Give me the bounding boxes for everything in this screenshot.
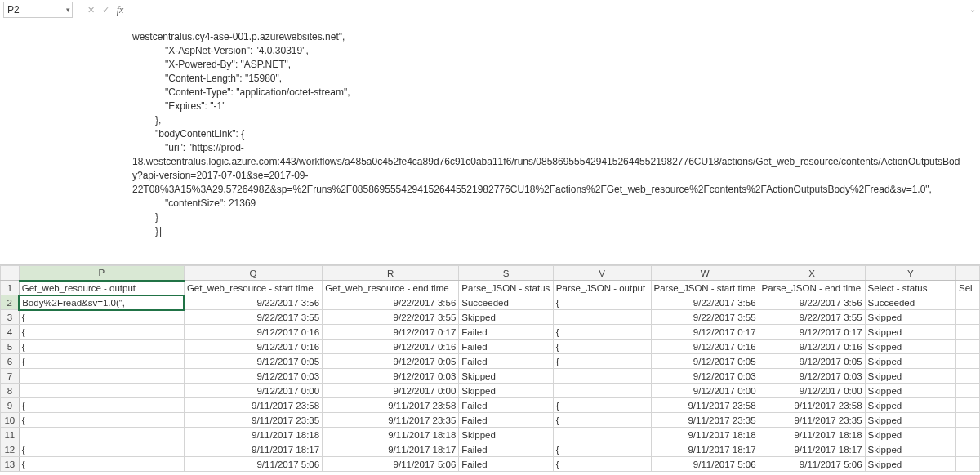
column-header-R[interactable]: R: [323, 266, 459, 281]
column-title[interactable]: Select - status: [865, 281, 956, 295]
fx-icon[interactable]: fx: [113, 2, 127, 18]
row-header[interactable]: 10: [1, 413, 20, 428]
cell[interactable]: 9/12/2017 0:03: [759, 369, 865, 384]
cell[interactable]: Skipped: [459, 310, 554, 325]
cell[interactable]: 9/22/2017 3:56: [651, 295, 759, 310]
cell[interactable]: 9/12/2017 0:16: [184, 340, 322, 354]
cell[interactable]: 9/22/2017 3:55: [759, 310, 865, 325]
cell[interactable]: Skipped: [865, 457, 956, 472]
column-title[interactable]: Sel: [956, 281, 980, 295]
chevron-down-icon[interactable]: ▾: [66, 6, 70, 14]
cell[interactable]: [19, 428, 184, 442]
cell[interactable]: {: [19, 457, 184, 472]
cell[interactable]: {: [553, 413, 651, 428]
cell[interactable]: 9/22/2017 3:56: [184, 295, 322, 310]
cell[interactable]: Skipped: [865, 413, 956, 428]
cell[interactable]: 9/22/2017 3:55: [184, 310, 322, 325]
cell[interactable]: [553, 428, 651, 442]
cell[interactable]: [19, 384, 184, 398]
cell[interactable]: Skipped: [865, 428, 956, 442]
cell[interactable]: 9/11/2017 23:35: [651, 413, 759, 428]
row-header[interactable]: 12: [1, 442, 20, 457]
cell[interactable]: {: [553, 457, 651, 472]
cell[interactable]: {: [19, 413, 184, 428]
cancel-icon[interactable]: ✕: [83, 2, 98, 18]
cell[interactable]: 9/12/2017 0:17: [323, 325, 459, 340]
cell[interactable]: {: [553, 354, 651, 369]
row-header[interactable]: 9: [1, 398, 20, 413]
cell[interactable]: Skipped: [865, 310, 956, 325]
cell[interactable]: Succeeded: [865, 295, 956, 310]
cell[interactable]: 9/12/2017 0:05: [323, 354, 459, 369]
column-header-P[interactable]: P: [19, 266, 184, 281]
cell[interactable]: {: [19, 340, 184, 354]
cell[interactable]: Skipped: [865, 384, 956, 398]
cell[interactable]: 9/11/2017 18:18: [184, 428, 322, 442]
row-header[interactable]: 1: [1, 281, 20, 295]
row-header[interactable]: 4: [1, 325, 20, 340]
cell[interactable]: {: [19, 398, 184, 413]
cell[interactable]: 9/12/2017 0:03: [184, 369, 322, 384]
cell[interactable]: 9/12/2017 0:16: [323, 340, 459, 354]
cell[interactable]: Skipped: [865, 398, 956, 413]
column-header-W[interactable]: W: [651, 266, 759, 281]
cell[interactable]: {: [553, 325, 651, 340]
column-header-X[interactable]: X: [759, 266, 865, 281]
cell[interactable]: [956, 384, 980, 398]
cell[interactable]: [956, 310, 980, 325]
cell[interactable]: Skipped: [865, 325, 956, 340]
cell[interactable]: [19, 369, 184, 384]
corner-cell[interactable]: [1, 266, 20, 281]
cell[interactable]: 9/11/2017 23:58: [184, 398, 322, 413]
cell[interactable]: Failed: [459, 442, 554, 457]
cell[interactable]: [956, 457, 980, 472]
cell[interactable]: 9/11/2017 23:58: [323, 398, 459, 413]
column-title[interactable]: Parse_JSON - status: [459, 281, 554, 295]
column-title[interactable]: Get_web_resource - end time: [323, 281, 459, 295]
cell[interactable]: [956, 340, 980, 354]
cell[interactable]: Failed: [459, 340, 554, 354]
cell[interactable]: Skipped: [459, 369, 554, 384]
cell[interactable]: 9/11/2017 23:35: [323, 413, 459, 428]
cell[interactable]: 9/11/2017 5:06: [759, 457, 865, 472]
cell[interactable]: {: [19, 354, 184, 369]
row-header[interactable]: 5: [1, 340, 20, 354]
cell[interactable]: 9/12/2017 0:16: [759, 340, 865, 354]
cell[interactable]: 9/11/2017 5:06: [184, 457, 322, 472]
cell[interactable]: Skipped: [865, 354, 956, 369]
cell[interactable]: 9/12/2017 0:03: [651, 369, 759, 384]
row-header[interactable]: 7: [1, 369, 20, 384]
cell[interactable]: 9/11/2017 23:58: [651, 398, 759, 413]
cell[interactable]: 9/11/2017 18:17: [323, 442, 459, 457]
cell[interactable]: {: [19, 325, 184, 340]
cell[interactable]: {: [553, 398, 651, 413]
cell[interactable]: Skipped: [459, 384, 554, 398]
column-title[interactable]: Get_web_resource - output: [19, 281, 184, 295]
cell[interactable]: 9/11/2017 18:17: [184, 442, 322, 457]
name-box[interactable]: P2 ▾: [3, 2, 73, 18]
cell[interactable]: 9/11/2017 23:35: [759, 413, 865, 428]
cell[interactable]: 9/12/2017 0:00: [651, 384, 759, 398]
column-header-Q[interactable]: Q: [184, 266, 322, 281]
cell[interactable]: Skipped: [865, 442, 956, 457]
cell[interactable]: [553, 369, 651, 384]
cell[interactable]: [956, 325, 980, 340]
cell[interactable]: [956, 295, 980, 310]
cell[interactable]: 9/12/2017 0:00: [323, 384, 459, 398]
cell[interactable]: 9/22/2017 3:55: [651, 310, 759, 325]
cell[interactable]: Failed: [459, 413, 554, 428]
cell[interactable]: 9/22/2017 3:56: [759, 295, 865, 310]
cell[interactable]: Succeeded: [459, 295, 554, 310]
cell[interactable]: 9/11/2017 23:58: [759, 398, 865, 413]
cell[interactable]: 9/11/2017 18:17: [759, 442, 865, 457]
cell[interactable]: [553, 384, 651, 398]
cell[interactable]: 9/12/2017 0:17: [651, 325, 759, 340]
corner-cell[interactable]: [956, 266, 980, 281]
cell[interactable]: 9/11/2017 18:18: [323, 428, 459, 442]
cell[interactable]: 9/11/2017 5:06: [651, 457, 759, 472]
column-header-S[interactable]: S: [459, 266, 554, 281]
cell[interactable]: [956, 369, 980, 384]
confirm-icon[interactable]: ✓: [98, 2, 113, 18]
column-title[interactable]: Get_web_resource - start time: [184, 281, 322, 295]
cell[interactable]: 9/12/2017 0:00: [759, 384, 865, 398]
